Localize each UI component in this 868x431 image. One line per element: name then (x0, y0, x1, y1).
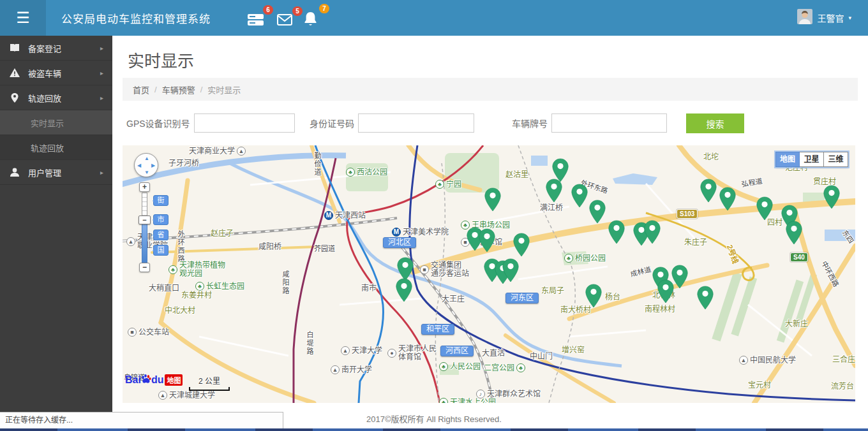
tasks-count-badge: 6 (263, 5, 273, 15)
sidebar-item-user-management[interactable]: 用户管理 ▸ (0, 160, 112, 185)
sidebar-item-label: 备案登记 (28, 42, 61, 54)
plate-number-input[interactable] (551, 113, 667, 133)
pan-down-icon[interactable]: ▼ (144, 170, 149, 175)
zoom-level-street[interactable]: 街 (153, 195, 168, 206)
map-label: 中山门 (530, 353, 553, 361)
map-label: ♣人民公园 (439, 362, 481, 371)
school-icon: ▲ (331, 365, 340, 374)
map-label: 芥园道 (314, 245, 335, 253)
sidebar-toggle-button[interactable]: ☰ (0, 0, 46, 36)
map-label: 天津商业大学▲ (189, 147, 246, 156)
zoom-level-city[interactable]: 市 (153, 214, 168, 225)
map-district-badge: 河西区 (440, 346, 474, 356)
sidebar-item-registration[interactable]: 备案登记 ▸ (0, 36, 112, 61)
school-icon: ▲ (739, 356, 748, 365)
pan-right-icon[interactable]: ▶ (151, 163, 155, 168)
school-icon: ▲ (341, 346, 350, 355)
map-label-text: 河北区 (388, 238, 411, 247)
map-pin-icon (9, 93, 20, 103)
sidebar-item-stolen-vehicles[interactable]: 被盗车辆 ▸ (0, 61, 112, 85)
map-label-text: 勤俭道 (313, 152, 321, 177)
vehicle-marker[interactable] (697, 286, 714, 310)
bell-icon (304, 18, 317, 29)
breadcrumb-home[interactable]: 首页 (133, 84, 149, 96)
map-canvas[interactable]: 天津商业大学▲子牙河桥勤俭道♣西沽公园M天津西站赵庄子外环西路咸阳桥芥园道▲天津… (123, 145, 855, 403)
vehicle-marker[interactable] (719, 187, 736, 211)
map-label-text: 芥园道 (314, 245, 335, 253)
map-district-badge: 河北区 (383, 237, 416, 248)
map-label-text: 天津水上公园 (450, 398, 496, 404)
gps-device-label: GPS设备识别号 (126, 117, 190, 129)
pan-left-icon[interactable]: ◀ (137, 163, 141, 168)
map-pan-control[interactable]: ▲ ▼ ◀ ▶ (134, 153, 158, 177)
vehicle-marker[interactable] (786, 221, 802, 245)
sidebar-item-track-playback-group[interactable]: 轨迹回放 ▸ (0, 85, 112, 110)
map-label-text: 增兴窑 (562, 346, 585, 354)
pan-up-icon[interactable]: ▲ (144, 156, 149, 161)
map-label-text: 中国民航大学 (750, 356, 796, 365)
map-label: 增兴窑 (562, 346, 585, 354)
map-label-text: 咸阳桥 (258, 243, 281, 251)
zoom-level-country[interactable]: 国 (153, 245, 168, 256)
vehicle-marker[interactable] (396, 278, 412, 302)
id-number-input[interactable] (358, 113, 474, 133)
vehicle-marker[interactable] (585, 284, 602, 308)
map-district-badge: 河东区 (505, 293, 539, 303)
road-shield: S40 (790, 252, 808, 262)
map-label-text: 满江桥 (540, 204, 563, 212)
vehicle-marker[interactable] (671, 265, 688, 289)
map-label-text: 赵庄子 (211, 230, 234, 238)
tasks-icon (248, 18, 264, 29)
map-label-text: 河西区 (445, 347, 468, 355)
top-header: ☰ 公安局电动车监控和管理系统 6 5 7 王警官 ▾ (0, 0, 868, 36)
sidebar-item-track-playback[interactable]: 轨迹回放 (0, 135, 112, 160)
vehicle-marker[interactable] (756, 196, 773, 221)
map-label: ♣宁园 (435, 180, 461, 189)
map-label-text: 人民公园 (450, 363, 481, 371)
map-label: ■公交车站 (128, 328, 169, 337)
map-label-text: 朱庄子 (684, 238, 707, 247)
sidebar-item-realtime-display[interactable]: 实时显示 (0, 110, 112, 135)
vehicle-marker[interactable] (644, 220, 661, 244)
map-label: 杨台 (605, 293, 620, 302)
map-type-satellite-button[interactable]: 卫星 (800, 152, 824, 167)
map-label: ♣西沽公园 (346, 168, 387, 177)
map-label-text: 桥园公园 (575, 254, 606, 263)
vehicle-marker[interactable] (571, 184, 588, 208)
tasks-menu-button[interactable]: 6 (248, 13, 267, 29)
user-name: 王警官 (817, 11, 844, 24)
zoom-slider-handle[interactable]: − (138, 216, 151, 224)
vehicle-marker[interactable] (502, 258, 519, 282)
vehicle-marker[interactable] (484, 187, 501, 212)
map-label: ♣桥园公园 (564, 254, 606, 263)
map-label: 南程林村 (645, 305, 675, 314)
vehicle-marker[interactable] (513, 233, 530, 257)
search-button[interactable]: 搜索 (686, 113, 744, 133)
gps-device-input[interactable] (194, 113, 295, 133)
map-label: 咸阳路 (281, 270, 289, 295)
vehicle-marker[interactable] (546, 179, 562, 203)
metro-icon: M (324, 211, 333, 220)
vehicle-marker[interactable] (823, 185, 840, 209)
zoom-level-province[interactable]: 省 (153, 230, 168, 240)
map-label: M天津美术学院 (392, 228, 449, 237)
vehicle-marker[interactable] (700, 179, 717, 203)
map-label: M天津西站 (324, 211, 366, 220)
zoom-out-button[interactable]: − (139, 263, 150, 272)
main-content: 实时显示 首页 / 车辆预警 / 实时显示 GPS设备识别号 身份证号码 车辆牌… (112, 36, 868, 403)
map-label-text: 白堤路 (305, 331, 313, 356)
tree-icon: ♣ (439, 362, 448, 371)
vehicle-marker[interactable] (479, 228, 495, 252)
baidu-maps-logo: Bai du 地图 (125, 374, 183, 386)
vehicle-marker[interactable] (589, 200, 606, 224)
user-menu[interactable]: 王警官 ▾ (797, 9, 851, 26)
breadcrumb-vehicle-warning[interactable]: 车辆预警 (162, 84, 195, 96)
baidu-logo-text2: du (151, 374, 164, 386)
messages-menu-button[interactable]: 5 (277, 14, 296, 31)
map-type-3d-button[interactable]: 三维 (824, 152, 848, 167)
vehicle-marker[interactable] (608, 220, 625, 244)
map-type-map-button[interactable]: 地图 (775, 152, 800, 167)
zoom-in-button[interactable]: + (139, 182, 150, 192)
notifications-menu-button[interactable]: 7 (304, 11, 323, 28)
tree-icon: ♣ (195, 282, 204, 291)
